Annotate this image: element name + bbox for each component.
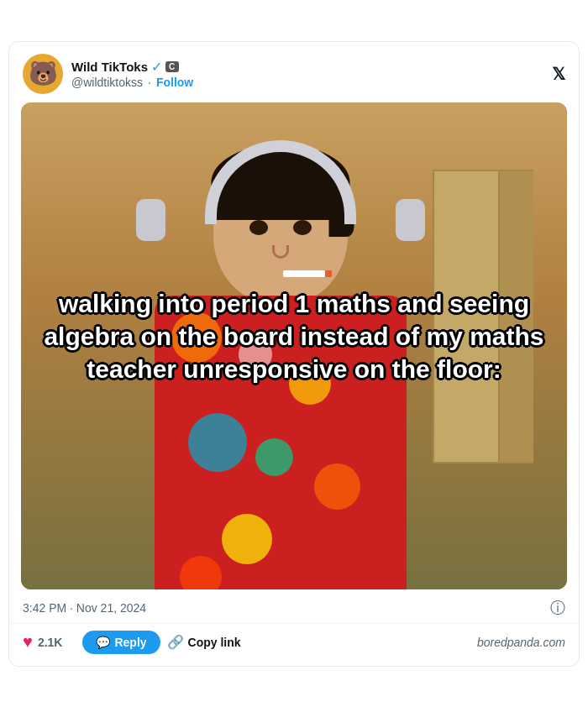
media-scene: walking into period 1 maths and seeing a… <box>21 102 567 589</box>
dot-separator: · <box>148 76 151 89</box>
account-info: Wild TikToks ✓ C @wildtiktokss · Follow <box>71 59 193 89</box>
headphone-band <box>205 140 356 224</box>
header-left: 🐻 Wild TikToks ✓ C @wildtiktokss · Follo… <box>23 54 193 94</box>
like-group: ♥ 2.1K <box>23 632 62 652</box>
flower-3 <box>188 413 247 472</box>
meme-text-overlay: walking into period 1 maths and seeing a… <box>21 287 567 385</box>
account-name-row: Wild TikToks ✓ C <box>71 59 193 75</box>
avatar[interactable]: 🐻 <box>23 54 63 94</box>
source-label: boredpanda.com <box>477 636 565 649</box>
avatar-emoji: 🐻 <box>29 60 58 87</box>
meme-text-content: walking into period 1 maths and seeing a… <box>38 287 550 385</box>
tweet-header: 🐻 Wild TikToks ✓ C @wildtiktokss · Follo… <box>9 42 579 102</box>
timestamp: 3:42 PM · Nov 21, 2024 <box>23 601 146 615</box>
copy-link-button[interactable]: 🔗 Copy link <box>167 634 241 650</box>
reply-button[interactable]: 💬 Reply <box>82 631 160 654</box>
headphone-left <box>136 199 165 241</box>
media-container: walking into period 1 maths and seeing a… <box>21 102 567 589</box>
follow-button[interactable]: Follow <box>156 76 193 89</box>
like-button[interactable]: ♥ <box>23 632 33 652</box>
flower-7 <box>255 438 293 476</box>
nose <box>272 245 289 259</box>
action-bar: ♥ 2.1K 💬 Reply 🔗 Copy link boredpanda.co… <box>9 623 579 666</box>
account-name: Wild TikToks <box>71 60 148 74</box>
cigarette <box>283 270 325 277</box>
reply-icon: 💬 <box>96 636 110 649</box>
info-icon[interactable]: ⓘ <box>550 598 565 618</box>
account-handle: @wildtiktokss <box>71 76 143 89</box>
flower-4 <box>314 463 360 510</box>
x-logo[interactable]: 𝕏 <box>552 64 565 84</box>
reply-label: Reply <box>114 636 146 649</box>
like-count: 2.1K <box>38 636 63 649</box>
copy-link-label: Copy link <box>188 636 241 649</box>
c-badge: C <box>165 61 179 72</box>
account-handle-row: @wildtiktokss · Follow <box>71 76 193 89</box>
flower-8 <box>180 556 222 589</box>
headphone-right <box>396 199 425 241</box>
tweet-card: 🐻 Wild TikToks ✓ C @wildtiktokss · Follo… <box>8 41 580 667</box>
flower-5 <box>222 514 272 564</box>
footer-meta: 3:42 PM · Nov 21, 2024 ⓘ <box>9 589 579 623</box>
link-icon: 🔗 <box>167 634 184 650</box>
verified-icon: ✓ <box>151 59 162 75</box>
